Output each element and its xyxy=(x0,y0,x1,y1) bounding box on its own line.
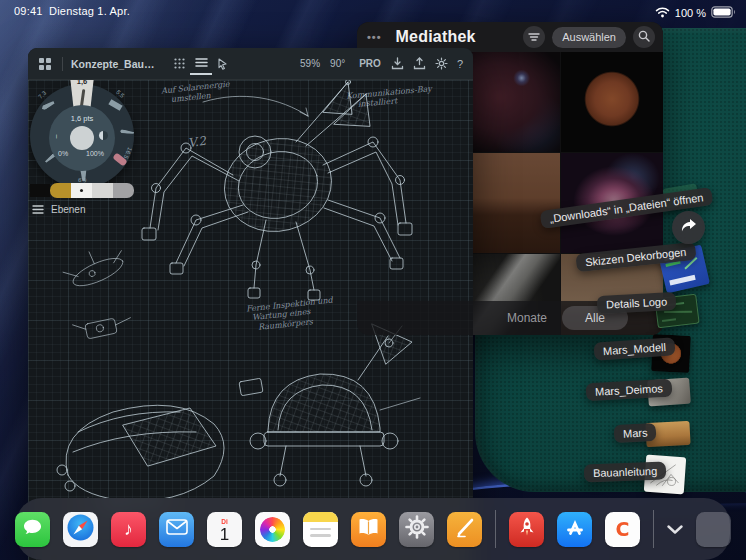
music-note-icon: ♪ xyxy=(124,519,133,540)
opacity-min-label: 0% xyxy=(58,150,68,157)
settings-gear-glyph xyxy=(405,515,429,543)
status-indicators: 100 % xyxy=(655,4,736,22)
select-button[interactable]: Auswählen xyxy=(552,27,626,48)
safari-compass-icon xyxy=(66,513,95,546)
help-button[interactable]: ? xyxy=(457,58,463,70)
app-library[interactable] xyxy=(696,512,731,547)
opacity-max-label: 100% xyxy=(86,150,104,157)
color-swatch-lightgray[interactable] xyxy=(92,183,113,198)
c-logo: C xyxy=(616,518,630,540)
pro-badge[interactable]: PRO xyxy=(359,58,381,69)
pressure-curve-icon[interactable]: ~ xyxy=(52,134,61,139)
mediathek-title: Mediathek xyxy=(396,28,476,46)
app-music[interactable]: ♪ xyxy=(111,512,146,547)
calendar-weekday: Di xyxy=(221,518,228,525)
notes-line xyxy=(310,528,331,531)
color-swatch-white-selected[interactable] xyxy=(71,183,92,198)
battery-icon xyxy=(711,4,736,22)
calendar-day: 1 xyxy=(220,526,229,543)
layers-button[interactable]: Ebenen xyxy=(32,200,108,218)
filter-icon xyxy=(528,28,540,46)
annotation-version: V.2 xyxy=(187,134,207,151)
toolbar-divider xyxy=(62,57,63,71)
sketch-toolbar: Konzepte_Bau… 59% 90° PRO xyxy=(28,48,473,80)
app-books[interactable] xyxy=(351,512,386,547)
app-rocket[interactable] xyxy=(509,512,544,547)
sticker-text-bar xyxy=(669,275,695,286)
wheel-center-swatch[interactable] xyxy=(70,126,94,150)
books-open-book-icon xyxy=(357,517,380,541)
color-swatch-gray[interactable] xyxy=(113,183,134,198)
schematic-line xyxy=(664,311,692,313)
pen-diagonal-icon xyxy=(453,515,477,543)
drag-label-bauanleitung[interactable]: Bauanleitung xyxy=(584,462,667,483)
app-concepts-c[interactable]: C xyxy=(605,512,640,547)
app-app-store[interactable] xyxy=(557,512,592,547)
layers-list-icon xyxy=(32,200,44,218)
layers-label: Ebenen xyxy=(51,204,85,215)
export-icon[interactable] xyxy=(409,53,431,75)
drag-label-mars[interactable]: Mars xyxy=(614,423,657,443)
search-icon xyxy=(638,28,650,46)
clock: 09:41 xyxy=(14,5,43,17)
selected-color-dot xyxy=(80,189,83,192)
search-button[interactable] xyxy=(633,26,655,48)
window-controls-menu[interactable]: ••• xyxy=(367,31,382,43)
share-forward-icon xyxy=(680,218,697,237)
select-tool-icon[interactable] xyxy=(212,53,234,75)
app-home-icon[interactable] xyxy=(34,53,56,75)
filter-button[interactable] xyxy=(523,26,545,48)
notes-line xyxy=(310,534,331,537)
canvas-rotation[interactable]: 90° xyxy=(330,58,345,69)
rocket-icon xyxy=(515,515,539,543)
dock: ♪ Di 1 xyxy=(16,498,730,560)
wifi-icon xyxy=(655,4,670,22)
grid-view-icon[interactable] xyxy=(168,53,190,75)
app-safari[interactable] xyxy=(63,512,98,547)
schematic-line xyxy=(662,318,676,322)
color-swatch-bar[interactable] xyxy=(50,183,134,198)
app-photos[interactable] xyxy=(255,512,290,547)
tab-monate[interactable]: Monate xyxy=(507,311,547,325)
notes-header-strip xyxy=(303,512,338,522)
app-store-a-icon xyxy=(563,515,587,543)
app-notes[interactable] xyxy=(303,512,338,547)
status-bar: 09:41 Dienstag 1. Apr. 100 % xyxy=(0,0,746,22)
photos-flower-icon xyxy=(260,517,285,542)
status-time-date[interactable]: 09:41 Dienstag 1. Apr. xyxy=(14,5,130,17)
dock-divider xyxy=(653,510,654,548)
date: Dienstag 1. Apr. xyxy=(49,5,130,17)
dock-divider xyxy=(495,510,496,548)
app-sketch-pen[interactable] xyxy=(447,512,482,547)
app-calendar[interactable]: Di 1 xyxy=(207,512,242,547)
messages-bubble-icon xyxy=(21,517,44,542)
app-settings[interactable] xyxy=(399,512,434,547)
app-messages[interactable] xyxy=(15,512,50,547)
import-icon[interactable] xyxy=(387,53,409,75)
layers-tool-icon[interactable] xyxy=(190,53,212,75)
battery-percent: 100 % xyxy=(675,7,706,19)
document-title[interactable]: Konzepte_Bau… xyxy=(71,58,154,70)
brush-size-label: 1,6 pts xyxy=(49,114,115,123)
zoom-level[interactable]: 59% xyxy=(300,58,320,69)
settings-gear-icon[interactable] xyxy=(431,53,453,75)
opacity-half-icon[interactable] xyxy=(99,131,108,140)
ipad-screen: ••• Mediathek Auswählen Monate Alle xyxy=(0,0,746,560)
bauanleitung-sketch-lines xyxy=(644,478,685,498)
brush-tool-wheel[interactable]: 7.3 5.5 16.5 6.9 1,6 1,6 pts 0% 1 xyxy=(30,84,134,188)
dock-collapse-chevron[interactable] xyxy=(667,525,683,534)
mail-envelope-icon xyxy=(166,519,188,539)
wheel-inner-dial[interactable]: 1,6 pts 0% 100% ~ xyxy=(49,105,115,171)
app-mail[interactable] xyxy=(159,512,194,547)
color-chip-black[interactable] xyxy=(30,184,50,197)
share-button[interactable] xyxy=(672,211,705,244)
color-swatch-gold[interactable] xyxy=(50,183,71,198)
